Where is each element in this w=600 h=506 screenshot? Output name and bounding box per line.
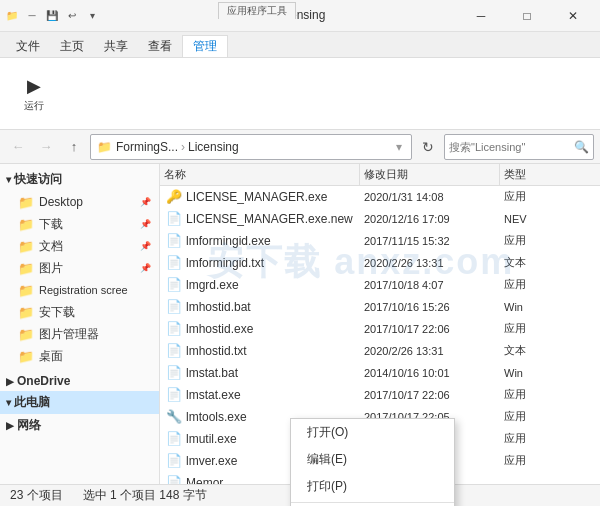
file-type-icon: 🔧 — [166, 409, 182, 424]
file-name-cell: 📄 lmhostid.bat — [160, 299, 360, 314]
file-type-icon: 📄 — [166, 299, 182, 314]
tab-share[interactable]: 共享 — [94, 35, 138, 57]
file-type-icon: 📄 — [166, 233, 182, 248]
chevron-icon: ▶ — [6, 420, 14, 431]
total-items: 23 个项目 — [10, 487, 63, 504]
table-row[interactable]: 📄 lmhostid.txt 2020/2/26 13:31 文本 — [160, 340, 600, 362]
sidebar-section-label: 快速访问 — [14, 171, 62, 188]
back-button[interactable]: ← — [6, 135, 30, 159]
file-type: NEV — [500, 213, 600, 225]
file-name: lmhostid.txt — [186, 344, 247, 358]
table-row[interactable]: 📄 lmformingid.txt 2020/2/26 13:31 文本 — [160, 252, 600, 274]
col-header-date[interactable]: 修改日期 — [360, 164, 500, 185]
context-item-edit[interactable]: 编辑(E) — [291, 446, 454, 473]
ribbon-tabs: 文件 主页 共享 查看 管理 — [0, 32, 600, 58]
file-type-icon: 📄 — [166, 343, 182, 358]
context-item-print[interactable]: 打印(P) — [291, 473, 454, 500]
sidebar-section-network[interactable]: ▶ 网络 — [0, 414, 159, 437]
file-type: 文本 — [500, 255, 600, 270]
table-row[interactable]: 📄 LICENSE_MANAGER.exe.new 2020/12/16 17:… — [160, 208, 600, 230]
file-name: LICENSE_MANAGER.exe.new — [186, 212, 353, 226]
file-type: 应用 — [500, 387, 600, 402]
tab-view[interactable]: 查看 — [138, 35, 182, 57]
ribbon-btn-run[interactable]: ▶ 运行 — [16, 73, 52, 115]
system-icon: 📁 — [4, 8, 20, 24]
file-type-icon: 📄 — [166, 453, 182, 468]
file-name: lmgrd.exe — [186, 278, 239, 292]
path-part-2[interactable]: Licensing — [188, 140, 239, 154]
tab-manage[interactable]: 管理 — [182, 35, 228, 57]
file-type-icon: 📄 — [166, 211, 182, 226]
search-icon: 🔍 — [574, 140, 589, 154]
sidebar-item-anzaizai[interactable]: 📁 安下载 — [0, 301, 159, 323]
forward-button[interactable]: → — [34, 135, 58, 159]
minimize-button[interactable]: ─ — [458, 0, 504, 32]
up-button[interactable]: ↑ — [62, 135, 86, 159]
file-name: lmhostid.exe — [186, 322, 253, 336]
save-icon[interactable]: 💾 — [44, 8, 60, 24]
quick-access-icon[interactable]: ─ — [24, 8, 40, 24]
file-name-cell: 📄 lmformingid.txt — [160, 255, 360, 270]
tab-file[interactable]: 文件 — [6, 35, 50, 57]
file-type-icon: 📄 — [166, 277, 182, 292]
refresh-button[interactable]: ↻ — [416, 135, 440, 159]
context-item-open[interactable]: 打开(O) — [291, 419, 454, 446]
file-type-icon: 📄 — [166, 321, 182, 336]
sidebar-item-download[interactable]: 📁 下载 📌 — [0, 213, 159, 235]
selected-items: 选中 1 个项目 148 字节 — [83, 487, 207, 504]
file-name: lmformingid.txt — [186, 256, 264, 270]
sidebar-section-label: OneDrive — [17, 374, 70, 388]
search-input[interactable] — [449, 141, 574, 153]
tab-home[interactable]: 主页 — [50, 35, 94, 57]
path-folder-icon: 📁 — [97, 140, 112, 154]
file-type-icon: 📄 — [166, 431, 182, 446]
folder-icon: 📁 — [18, 283, 34, 298]
title-bar: 📁 ─ 💾 ↩ ▾ 应用程序工具 Licensing ─ □ ✕ — [0, 0, 600, 32]
file-name-cell: 📄 lmstat.exe — [160, 387, 360, 402]
file-date: 2017/10/16 15:26 — [360, 301, 500, 313]
table-row[interactable]: 📄 lmgrd.exe 2017/10/18 4:07 应用 — [160, 274, 600, 296]
file-date: 2017/10/17 22:06 — [360, 389, 500, 401]
close-button[interactable]: ✕ — [550, 0, 596, 32]
file-name-cell: 📄 lmformingid.exe — [160, 233, 360, 248]
sidebar-section-quick-access[interactable]: ▾ 快速访问 — [0, 168, 159, 191]
sidebar-item-image-manager[interactable]: 📁 图片管理器 — [0, 323, 159, 345]
folder-icon: 📁 — [18, 195, 34, 210]
file-type-icon: 📄 — [166, 387, 182, 402]
folder-icon: 📁 — [18, 327, 34, 342]
file-type: 应用 — [500, 233, 600, 248]
table-row[interactable]: 🔑 LICENSE_MANAGER.exe 2020/1/31 14:08 应用 — [160, 186, 600, 208]
file-name: lmtools.exe — [186, 410, 247, 424]
undo-icon[interactable]: ↩ — [64, 8, 80, 24]
table-row[interactable]: 📄 lmformingid.exe 2017/11/15 15:32 应用 — [160, 230, 600, 252]
search-box[interactable]: 🔍 — [444, 134, 594, 160]
ribbon-group-run: ▶ 运行 — [8, 64, 60, 124]
folder-icon: 📁 — [18, 239, 34, 254]
file-name-cell: 📄 lmhostid.exe — [160, 321, 360, 336]
table-row[interactable]: 📄 lmhostid.bat 2017/10/16 15:26 Win — [160, 296, 600, 318]
sidebar-item-pictures[interactable]: 📁 图片 📌 — [0, 257, 159, 279]
address-path[interactable]: 📁 FormingS... › Licensing ▾ — [90, 134, 412, 160]
sidebar-item-registration[interactable]: 📁 Registration scree — [0, 279, 159, 301]
chevron-icon: ▶ — [6, 376, 14, 387]
sidebar-item-documents[interactable]: 📁 文档 📌 — [0, 235, 159, 257]
folder-icon: 📁 — [18, 217, 34, 232]
file-name: lmver.exe — [186, 454, 237, 468]
sidebar-item-desktop2[interactable]: 📁 桌面 — [0, 345, 159, 367]
col-header-type[interactable]: 类型 — [500, 164, 600, 185]
file-name-cell: 🔑 LICENSE_MANAGER.exe — [160, 189, 360, 204]
file-type: 应用 — [500, 277, 600, 292]
maximize-button[interactable]: □ — [504, 0, 550, 32]
sidebar-section-this-pc[interactable]: ▾ 此电脑 — [0, 391, 159, 414]
file-name-cell: 📄 lmstat.bat — [160, 365, 360, 380]
path-part-1[interactable]: FormingS... — [116, 140, 178, 154]
sidebar-section-onedrive[interactable]: ▶ OneDrive — [0, 371, 159, 391]
table-row[interactable]: 📄 lmstat.exe 2017/10/17 22:06 应用 — [160, 384, 600, 406]
title-bar-icons: 📁 ─ 💾 ↩ ▾ — [4, 8, 100, 24]
col-header-name[interactable]: 名称 — [160, 164, 360, 185]
file-name: lmutil.exe — [186, 432, 237, 446]
table-row[interactable]: 📄 lmstat.bat 2014/10/16 10:01 Win — [160, 362, 600, 384]
dropdown-icon[interactable]: ▾ — [84, 8, 100, 24]
table-row[interactable]: 📄 lmhostid.exe 2017/10/17 22:06 应用 — [160, 318, 600, 340]
sidebar-item-desktop[interactable]: 📁 Desktop 📌 — [0, 191, 159, 213]
